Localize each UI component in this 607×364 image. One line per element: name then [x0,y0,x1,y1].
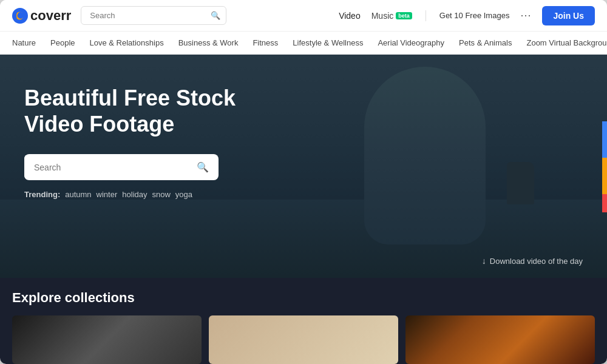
nav-aerial[interactable]: Aerial Videography [378,38,444,47]
nav-people[interactable]: People [50,38,75,47]
nav-nature[interactable]: Nature [12,38,36,47]
header: coverr 🔍 Video Music beta Get 10 Free Im… [0,0,607,32]
hero-search-input[interactable] [24,155,187,180]
header-search-input[interactable] [81,6,226,25]
explore-section: Explore collections [0,278,607,364]
header-search-icon: 🔍 [211,11,220,20]
nav-video-link[interactable]: Video [339,11,361,21]
explore-card-2[interactable] [209,315,398,364]
download-icon: ↓ [482,256,486,266]
hero-content: Beautiful Free Stock Video Footage 🔍 Tre… [0,55,607,229]
logo-text: coverr [30,8,71,24]
logo-icon [12,8,28,24]
nav-music-group: Music beta [371,11,412,21]
explore-title: Explore collections [12,290,595,306]
nav-fitness[interactable]: Fitness [253,38,278,47]
hero-search-button[interactable]: 🔍 [187,154,219,180]
trending-snow[interactable]: snow [152,190,170,199]
nav-business[interactable]: Business & Work [178,38,239,47]
hero-search-icon: 🔍 [197,162,209,172]
join-button[interactable]: Join Us [542,6,595,25]
download-day[interactable]: ↓ Download video of the day [482,256,583,266]
music-beta-badge: beta [396,12,412,19]
trending-autumn[interactable]: autumn [65,190,91,199]
hero-title: Beautiful Free Stock Video Footage [24,85,255,137]
nav-pets[interactable]: Pets & Animals [459,38,512,47]
explore-card-3[interactable] [405,315,595,364]
nav-zoom[interactable]: Zoom Virtual Backgrounds [526,38,607,47]
trending-winter[interactable]: winter [97,190,118,199]
header-divider [426,10,426,21]
hero-search-bar[interactable]: 🔍 [24,154,219,180]
trending-holiday[interactable]: holiday [122,190,147,199]
nav-lifestyle[interactable]: Lifestyle & Wellness [293,38,363,47]
header-right: Video Music beta Get 10 Free Images ··· … [339,6,595,25]
hero-section: Beautiful Free Stock Video Footage 🔍 Tre… [0,55,607,278]
hero-title-line2: Video Footage [24,112,174,136]
nav-love[interactable]: Love & Relationships [90,38,164,47]
download-day-label: Download video of the day [490,257,583,266]
svg-point-0 [12,8,28,24]
nav-music-link[interactable]: Music [371,11,394,21]
header-search[interactable]: 🔍 [81,6,226,25]
logo[interactable]: coverr [12,8,71,24]
more-button[interactable]: ··· [520,9,531,22]
explore-card-1[interactable] [12,315,202,364]
nav-bar: Nature People Love & Relationships Busin… [0,32,607,55]
trending-section: Trending: autumn winter holiday snow yog… [24,190,583,199]
hero-title-line1: Beautiful Free Stock [24,86,236,110]
free-images-link[interactable]: Get 10 Free Images [439,11,510,20]
trending-label: Trending: [24,190,60,199]
trending-yoga[interactable]: yoga [175,190,192,199]
explore-grid [12,315,595,364]
browser-frame: coverr 🔍 Video Music beta Get 10 Free Im… [0,0,607,364]
